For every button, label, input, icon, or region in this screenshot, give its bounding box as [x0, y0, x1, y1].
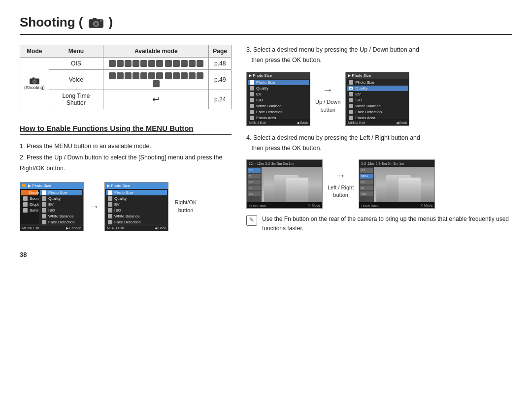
ss3-face: Face Detection	[248, 109, 309, 115]
right-ok-button-label: Right/OKbutton	[173, 199, 198, 214]
table-row: (Shooting) OIS	[20, 58, 232, 70]
ss-step4-after: 5:312m5:38m 5m 3m 1m PS 3264 EV IS WB H	[359, 159, 435, 209]
ss-step4-topbar-after: 5:312m5:38m 5m 3m 1m	[359, 160, 434, 167]
ss3a-wb: White Balance	[347, 103, 408, 109]
mode-icon	[125, 72, 132, 79]
ss-header: ▶ Photo Size	[20, 183, 83, 189]
svg-point-10	[351, 88, 352, 89]
ss-step3-before: ▶ Photo Size Photo Size Quality EV ISO W…	[246, 72, 310, 126]
ss3-ev: EV	[248, 92, 309, 97]
mode-icon	[125, 60, 132, 67]
ss2-quality: Quality	[106, 196, 167, 201]
svg-rect-11	[350, 86, 351, 87]
arrow-right-step4: →	[335, 169, 346, 182]
ss2-iso: ISO	[106, 208, 167, 213]
mode-icon	[156, 60, 163, 67]
section-title: How to Enable Functions Using the MENU B…	[20, 124, 232, 135]
ss-photo-sidebar: PS Q EV IS WB	[247, 167, 262, 202]
col-header-page: Page	[209, 45, 232, 58]
ss-face: Face Detection	[40, 219, 82, 225]
ss-step3-header: ▶ Photo Size	[247, 72, 310, 79]
ss2-ev: EV	[106, 202, 167, 207]
mode-icon	[197, 60, 203, 67]
menu-long-time-shutter: Long Time Shutter	[49, 90, 103, 109]
mode-icon	[189, 60, 196, 67]
up-down-button-label: Up / Downbutton	[315, 98, 340, 114]
instructions: 1. Press the MENU button in an available…	[20, 141, 232, 174]
left-right-button-label: Left / Rightbutton	[328, 184, 354, 199]
mode-icon	[140, 72, 147, 79]
mode-icon	[197, 72, 203, 79]
ss3-wb: White Balance	[248, 103, 309, 109]
mode-icon	[133, 60, 139, 67]
ss3a-focus: Focus Area	[347, 115, 408, 121]
step4-text: 4. Select a desired menu by pressing the…	[246, 133, 512, 154]
ss-settings-item: Settings	[21, 208, 38, 213]
ss-photo-size: Photo Size	[40, 190, 82, 195]
note-icon: ✎	[246, 215, 257, 226]
step3-screenshot-group: ▶ Photo Size Photo Size Quality EV ISO W…	[246, 72, 512, 126]
arrow-right-step3: →	[323, 84, 333, 96]
ss-header-2: ▶ Photo Size	[105, 183, 168, 189]
table-row: Voice	[20, 70, 232, 90]
col-header-available: Available mode	[103, 45, 209, 58]
screenshot-shooting-menu: ▶ Photo Size Shooting Sound Display Sett…	[20, 182, 84, 231]
ss-step4-photo: PS Q EV IS WB	[247, 167, 322, 202]
mode-cell: (Shooting)	[20, 58, 49, 109]
lts-icon: ↩	[152, 94, 160, 105]
mode-icon	[117, 60, 124, 67]
mode-icon	[148, 72, 155, 79]
available-voice	[103, 70, 209, 90]
mode-icon	[153, 80, 160, 87]
screenshot-photo-size-menu: ▶ Photo Size Photo Size Quality EV ISO W…	[104, 182, 168, 231]
ss2-wb: White Balance	[106, 214, 167, 219]
ss-step3-after: ▶ Photo Size Photo Size Quality EV ISO W…	[345, 72, 409, 126]
mode-icon	[133, 72, 139, 79]
ss-footer: MENU Exit▶ Change	[20, 226, 83, 231]
ss3-footer: MENU Exit◀ Back	[247, 121, 310, 125]
available-ois	[103, 58, 209, 70]
svg-point-7	[33, 80, 35, 82]
svg-rect-3	[93, 18, 96, 20]
ss3a-quality: Quality	[347, 86, 408, 91]
mode-icon	[181, 72, 188, 79]
ss-step4-footer-after: HDMI Back✕ Move	[359, 202, 434, 209]
col-header-mode: Mode	[20, 45, 49, 58]
mode-icon	[148, 60, 155, 67]
ss-quality: Quality	[40, 196, 82, 201]
mode-icon	[109, 72, 116, 79]
step4-screenshot-group: 12m12m5:38m 5m 3m 1m PS Q EV IS WB	[246, 159, 512, 209]
arrow-right-1: →	[89, 200, 100, 213]
step2-screenshot-group: ▶ Photo Size Shooting Sound Display Sett…	[20, 182, 232, 231]
ss2-photo-size: Photo Size	[106, 190, 167, 195]
ss-photo-sidebar-after: PS 3264 EV IS WB	[359, 167, 374, 202]
ss3a-footer: MENU Exit◀ Back	[346, 121, 409, 125]
svg-point-2	[94, 22, 97, 25]
step3-text: 3. Select a desired menu by pressing the…	[246, 45, 512, 66]
ss3-photo-size: Photo Size	[248, 80, 309, 85]
available-lts: ↩	[103, 90, 209, 109]
left-column: Mode Menu Available mode Page	[20, 45, 232, 236]
table-row: Long Time Shutter ↩ p.24	[20, 90, 232, 109]
note-text: Use the Fn button on the rear of the cam…	[262, 215, 512, 233]
menu-ois: OIS	[49, 58, 103, 70]
ss3a-face: Face Detection	[347, 109, 408, 115]
page-ois: p.48	[209, 58, 232, 70]
ss-step4-footer: HDMI Back✕ Move	[247, 202, 322, 209]
ss3a-ev: EV	[347, 92, 408, 97]
camera-icon	[88, 16, 104, 29]
mode-camera-icon	[29, 76, 40, 85]
ss-step4-photo-after: PS 3264 EV IS WB	[359, 167, 434, 202]
page-voice: p.49	[209, 70, 232, 90]
mode-icon	[189, 72, 196, 79]
ss3a-iso: ISO	[347, 97, 408, 103]
ss-display-item: Display	[21, 202, 38, 207]
ss2-face: Face Detection	[106, 219, 167, 225]
note-box: ✎ Use the Fn button on the rear of the c…	[246, 215, 512, 233]
ss3-quality: Quality	[248, 86, 309, 91]
mode-icon	[165, 60, 172, 67]
ss3-iso: ISO	[248, 97, 309, 103]
mode-icon	[109, 60, 116, 67]
mode-icon	[173, 60, 180, 67]
menu-voice: Voice	[49, 70, 103, 90]
